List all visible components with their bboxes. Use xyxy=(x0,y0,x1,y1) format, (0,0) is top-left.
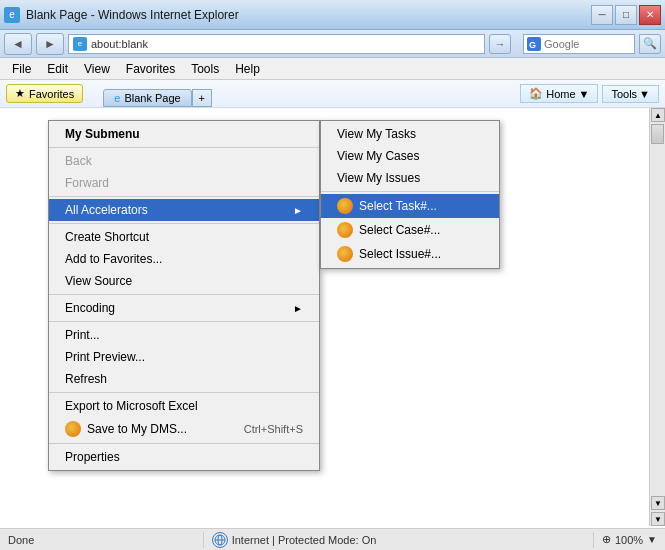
submenu-case-icon xyxy=(337,222,353,238)
ctx-print-preview-label: Print Preview... xyxy=(65,350,145,364)
go-button[interactable]: → xyxy=(489,34,511,54)
ctx-accelerators[interactable]: All Accelerators ► xyxy=(49,199,319,221)
submenu-select-case-left: Select Case#... xyxy=(337,222,440,238)
submenu-select-issue-left: Select Issue#... xyxy=(337,246,441,262)
back-button[interactable]: ◄ xyxy=(4,33,32,55)
protected-mode-text: Internet | Protected Mode: On xyxy=(232,534,377,546)
submenu-select-case-label: Select Case#... xyxy=(359,223,440,237)
page-icon: e xyxy=(73,37,87,51)
context-menu: My Submenu Back Forward All Accelerators… xyxy=(48,120,320,471)
context-menu-header: My Submenu xyxy=(49,123,319,145)
main-content: ▲ ▼ ▼ My Submenu Back Forward All Accele… xyxy=(0,108,665,526)
ctx-properties[interactable]: Properties xyxy=(49,446,319,468)
ctx-accelerators-arrow-icon: ► xyxy=(293,205,303,216)
submenu-select-case[interactable]: Select Case#... xyxy=(321,218,499,242)
ctx-encoding-label: Encoding xyxy=(65,301,115,315)
tools-chevron-icon: ▼ xyxy=(639,88,650,100)
ctx-forward[interactable]: Forward xyxy=(49,172,319,194)
menu-tools[interactable]: Tools xyxy=(183,60,227,78)
dms-icon xyxy=(65,421,81,437)
menu-edit[interactable]: Edit xyxy=(39,60,76,78)
ctx-print-preview[interactable]: Print Preview... xyxy=(49,346,319,368)
forward-button[interactable]: ► xyxy=(36,33,64,55)
ctx-print-label: Print... xyxy=(65,328,100,342)
ctx-save-dms-label: Save to My DMS... xyxy=(87,422,187,436)
scrollbar[interactable]: ▲ ▼ ▼ xyxy=(649,108,665,526)
ctx-view-source-label: View Source xyxy=(65,274,132,288)
ctx-add-favorites[interactable]: Add to Favorites... xyxy=(49,248,319,270)
separator-0 xyxy=(49,147,319,148)
ctx-create-shortcut[interactable]: Create Shortcut xyxy=(49,226,319,248)
zoom-text: 100% xyxy=(615,534,643,546)
address-box[interactable]: e about:blank xyxy=(68,34,485,54)
submenu-view-issues[interactable]: View My Issues xyxy=(321,167,499,189)
favorites-bar: ★ Favorites e Blank Page + 🏠 Home ▼ Tool… xyxy=(0,80,665,108)
menu-file[interactable]: File xyxy=(4,60,39,78)
tab-label: Blank Page xyxy=(124,92,180,104)
favorites-button[interactable]: ★ Favorites xyxy=(6,84,83,103)
ctx-back[interactable]: Back xyxy=(49,150,319,172)
ctx-encoding-arrow-icon: ► xyxy=(293,303,303,314)
menu-view[interactable]: View xyxy=(76,60,118,78)
submenu-select-task[interactable]: Select Task#... xyxy=(321,194,499,218)
address-bar: ◄ ► e about:blank → G 🔍 xyxy=(0,30,665,58)
blank-page-tab[interactable]: e Blank Page xyxy=(103,89,191,107)
ctx-print[interactable]: Print... xyxy=(49,324,319,346)
separator-5 xyxy=(49,392,319,393)
scroll-end-button[interactable]: ▼ xyxy=(651,512,665,526)
home-button[interactable]: 🏠 Home ▼ xyxy=(520,84,598,103)
ie-icon: e xyxy=(4,7,20,23)
tools-label: Tools xyxy=(611,88,637,100)
ctx-export-excel[interactable]: Export to Microsoft Excel xyxy=(49,395,319,417)
submenu-select-task-left: Select Task#... xyxy=(337,198,437,214)
submenu-view-cases-label: View My Cases xyxy=(337,149,419,163)
submenu-select-issue-label: Select Issue#... xyxy=(359,247,441,261)
ctx-create-shortcut-label: Create Shortcut xyxy=(65,230,149,244)
favorites-label: Favorites xyxy=(29,88,74,100)
search-button[interactable]: 🔍 xyxy=(639,34,661,54)
ctx-export-excel-label: Export to Microsoft Excel xyxy=(65,399,198,413)
search-input[interactable] xyxy=(544,38,634,50)
home-label: Home xyxy=(546,88,575,100)
title-bar: e Blank Page - Windows Internet Explorer… xyxy=(0,0,665,30)
submenu-select-issue[interactable]: Select Issue#... xyxy=(321,242,499,266)
scroll-up-button[interactable]: ▲ xyxy=(651,108,665,122)
ctx-refresh[interactable]: Refresh xyxy=(49,368,319,390)
ctx-back-label: Back xyxy=(65,154,92,168)
star-icon: ★ xyxy=(15,87,25,100)
menu-bar: File Edit View Favorites Tools Help xyxy=(0,58,665,80)
menu-help[interactable]: Help xyxy=(227,60,268,78)
search-engine-icon: G xyxy=(526,36,542,52)
submenu-view-tasks-label: View My Tasks xyxy=(337,127,416,141)
separator-4 xyxy=(49,321,319,322)
status-text: Done xyxy=(0,534,203,546)
submenu-view-issues-label: View My Issues xyxy=(337,171,420,185)
submenu-select-task-label: Select Task#... xyxy=(359,199,437,213)
ctx-save-dms[interactable]: Save to My DMS... Ctrl+Shift+S xyxy=(49,417,319,441)
scroll-down-button[interactable]: ▼ xyxy=(651,496,665,510)
new-tab-button[interactable]: + xyxy=(192,89,212,107)
submenu: View My Tasks View My Cases View My Issu… xyxy=(320,120,500,269)
scroll-thumb[interactable] xyxy=(651,124,664,144)
restore-button[interactable]: □ xyxy=(615,5,637,25)
window-title: Blank Page - Windows Internet Explorer xyxy=(26,8,239,22)
submenu-task-icon xyxy=(337,198,353,214)
ctx-encoding[interactable]: Encoding ► xyxy=(49,297,319,319)
ctx-refresh-label: Refresh xyxy=(65,372,107,386)
address-text: about:blank xyxy=(91,38,148,50)
ctx-view-source[interactable]: View Source xyxy=(49,270,319,292)
fav-right-controls: 🏠 Home ▼ Tools ▼ xyxy=(520,84,659,103)
menu-favorites[interactable]: Favorites xyxy=(118,60,183,78)
ctx-save-dms-shortcut: Ctrl+Shift+S xyxy=(244,423,303,435)
window-controls: ─ □ ✕ xyxy=(591,5,661,25)
tools-button[interactable]: Tools ▼ xyxy=(602,85,659,103)
zoom-chevron-icon[interactable]: ▼ xyxy=(647,534,657,545)
zoom-down-button[interactable]: ⊕ xyxy=(602,533,611,546)
submenu-view-tasks[interactable]: View My Tasks xyxy=(321,123,499,145)
close-button[interactable]: ✕ xyxy=(639,5,661,25)
submenu-view-cases[interactable]: View My Cases xyxy=(321,145,499,167)
ctx-accelerators-label: All Accelerators xyxy=(65,203,148,217)
minimize-button[interactable]: ─ xyxy=(591,5,613,25)
ctx-properties-label: Properties xyxy=(65,450,120,464)
status-right: ⊕ 100% ▼ xyxy=(594,533,665,546)
